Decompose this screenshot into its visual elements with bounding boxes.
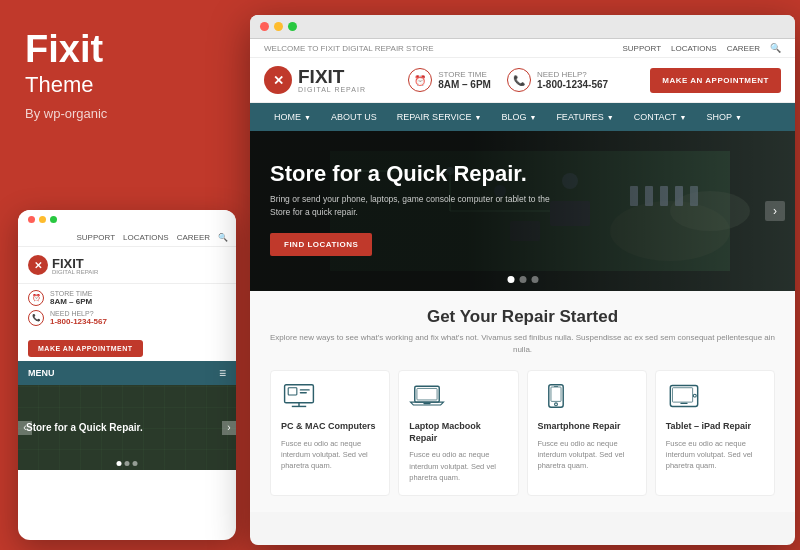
mobile-store-time-row: ⏰ STORE TIME 8AM – 6PM: [28, 290, 226, 306]
laptop-icon: [409, 383, 445, 409]
hero-dot-2: [519, 276, 526, 283]
desktop-logo: ✕ FIXIT DIGITAL REPAIR: [264, 66, 366, 94]
theme-author: By wp-organic: [25, 106, 225, 121]
repair-caret: ▼: [474, 114, 481, 121]
mobile-locations-link[interactable]: LOCATIONS: [123, 233, 169, 242]
phone-service-name: Smartphone Repair: [538, 421, 636, 433]
nav-features[interactable]: FEATURES ▼: [546, 103, 623, 131]
laptop-service-name: Laptop Macbook Repair: [409, 421, 507, 444]
services-section: Get Your Repair Started Explore new ways…: [250, 291, 795, 512]
hero-dot-3: [531, 276, 538, 283]
nav-about[interactable]: ABOUT US: [321, 103, 387, 131]
topbar-search-icon[interactable]: 🔍: [770, 43, 781, 53]
mobile-need-help-row: 📞 NEED HELP? 1-800-1234-567: [28, 310, 226, 326]
svg-rect-24: [417, 388, 437, 400]
service-card-tablet: Tablet – iPad Repair Fusce eu odio ac ne…: [655, 370, 775, 496]
desktop-hero-title: Store for a Quick Repair.: [270, 161, 775, 187]
mobile-hamburger-icon[interactable]: ≡: [219, 366, 226, 380]
mobile-store-time-value: 8AM – 6PM: [50, 297, 93, 306]
svg-rect-20: [288, 388, 297, 395]
mobile-hero-title: Store for a Quick Repair.: [26, 422, 143, 433]
tablet-service-name: Tablet – iPad Repair: [666, 421, 764, 433]
mobile-dot-2: [125, 461, 130, 466]
mobile-header: ✕ FIXIT DIGITAL REPAIR: [18, 247, 236, 283]
tablet-icon-wrap: [666, 383, 764, 413]
topbar-support-link[interactable]: SUPPORT: [622, 44, 661, 53]
desktop-need-help-label: NEED HELP?: [537, 70, 608, 79]
pc-icon-wrap: [281, 383, 379, 413]
desktop-need-help: 📞 NEED HELP? 1-800-1234-567: [507, 68, 608, 92]
desktop-phone-icon: 📞: [507, 68, 531, 92]
mobile-hero-arrow-left[interactable]: ‹: [18, 421, 32, 435]
topbar-welcome: WELCOME TO FIXIT DIGITAL REPAIR STORE: [264, 44, 434, 53]
find-locations-button[interactable]: FIND LOCATIONS: [270, 233, 372, 256]
service-card-phone: Smartphone Repair Fusce eu odio ac neque…: [527, 370, 647, 496]
mobile-appointment-button[interactable]: MAKE AN APPOINTMENT: [28, 340, 143, 357]
shop-caret: ▼: [735, 114, 742, 121]
theme-title: Fixit: [25, 30, 225, 68]
desktop-hero: Store for a Quick Repair. Bring or send …: [250, 131, 795, 291]
desktop-dot-yellow: [274, 22, 283, 31]
services-title: Get Your Repair Started: [270, 307, 775, 327]
phone-service-desc: Fusce eu odio ac neque interdum volutpat…: [538, 438, 636, 472]
phone-icon-wrap: [538, 383, 636, 413]
mobile-menu-label: MENU: [28, 368, 55, 378]
mobile-dot-green: [50, 216, 57, 223]
svg-rect-22: [300, 392, 307, 393]
topbar-career-link[interactable]: CAREER: [727, 44, 760, 53]
nav-repair[interactable]: REPAIR SERVICE ▼: [387, 103, 492, 131]
desktop-appointment-button[interactable]: MAKE AN APPOINTMENT: [650, 68, 781, 93]
desktop-clock-icon: ⏰: [408, 68, 432, 92]
features-caret: ▼: [607, 114, 614, 121]
hero-dot-1: [507, 276, 514, 283]
mobile-hero-arrow-right[interactable]: ›: [222, 421, 236, 435]
mobile-window-chrome: [18, 210, 236, 229]
service-card-pc: PC & MAC Computers Fusce eu odio ac nequ…: [270, 370, 390, 496]
mobile-logo: ✕ FIXIT DIGITAL REPAIR: [28, 255, 98, 275]
tablet-service-desc: Fusce eu odio ac neque interdum volutpat…: [666, 438, 764, 472]
nav-contact[interactable]: CONTACT ▼: [624, 103, 697, 131]
tablet-icon: [666, 383, 702, 409]
svg-rect-27: [550, 387, 560, 401]
desktop-hero-subtitle: Bring or send your phone, laptops, game …: [270, 193, 550, 219]
desktop-hero-arrow-right[interactable]: ›: [765, 201, 785, 221]
desktop-logo-icon: ✕: [264, 66, 292, 94]
desktop-nav: HOME ▼ ABOUT US REPAIR SERVICE ▼ BLOG ▼ …: [250, 103, 795, 131]
contact-caret: ▼: [680, 114, 687, 121]
mobile-menu-bar: MENU ≡: [18, 361, 236, 385]
desktop-header: ✕ FIXIT DIGITAL REPAIR ⏰ STORE TIME 8AM …: [250, 58, 795, 103]
mobile-support-link[interactable]: SUPPORT: [76, 233, 115, 242]
services-subtitle: Explore new ways to see what's working a…: [270, 332, 775, 356]
mobile-logo-icon: ✕: [28, 255, 48, 275]
desktop-logo-sub: DIGITAL REPAIR: [298, 86, 366, 93]
svg-rect-25: [424, 403, 431, 404]
desktop-need-help-value: 1-800-1234-567: [537, 79, 608, 90]
left-panel: Fixit Theme By wp-organic SUPPORT LOCATI…: [0, 0, 250, 550]
laptop-service-desc: Fusce eu odio ac neque interdum volutpat…: [409, 449, 507, 483]
mobile-need-help-value: 1-800-1234-567: [50, 317, 107, 326]
svg-point-32: [693, 394, 696, 397]
mobile-career-link[interactable]: CAREER: [177, 233, 210, 242]
topbar-locations-link[interactable]: LOCATIONS: [671, 44, 717, 53]
blog-caret: ▼: [529, 114, 536, 121]
pc-mac-icon: [281, 383, 317, 409]
nav-shop[interactable]: SHOP ▼: [696, 103, 751, 131]
theme-subtitle: Theme: [25, 72, 225, 98]
nav-home[interactable]: HOME ▼: [264, 103, 321, 131]
mobile-dot-red: [28, 216, 35, 223]
mobile-need-help-label: NEED HELP?: [50, 310, 107, 317]
svg-rect-21: [300, 389, 310, 390]
service-card-laptop: Laptop Macbook Repair Fusce eu odio ac n…: [398, 370, 518, 496]
mobile-hero: ‹ Store for a Quick Repair. ›: [18, 385, 236, 470]
mobile-dot-3: [133, 461, 138, 466]
mobile-logo-sub: DIGITAL REPAIR: [52, 269, 98, 275]
mobile-hero-content: Store for a Quick Repair.: [18, 422, 151, 433]
desktop-hero-dots: [507, 276, 538, 283]
mobile-store-time-label: STORE TIME: [50, 290, 93, 297]
desktop-dot-red: [260, 22, 269, 31]
mobile-search-icon[interactable]: 🔍: [218, 233, 228, 242]
mobile-hero-dots: [117, 461, 138, 466]
nav-blog[interactable]: BLOG ▼: [491, 103, 546, 131]
topbar-right-links: SUPPORT LOCATIONS CAREER 🔍: [622, 43, 781, 53]
desktop-store-time: ⏰ STORE TIME 8AM – 6PM: [408, 68, 491, 92]
